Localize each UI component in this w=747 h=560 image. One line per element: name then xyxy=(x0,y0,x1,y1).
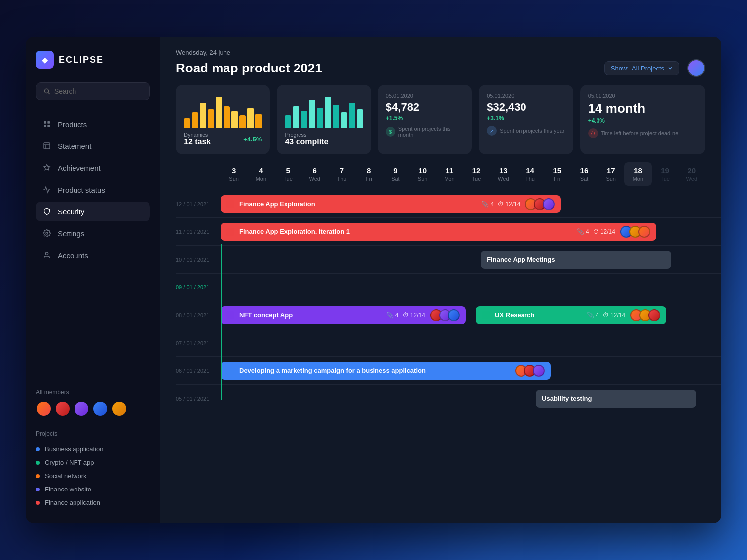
gantt-bar-marketing[interactable]: Developing a marketing campaign for a bu… xyxy=(221,362,551,380)
project-item-crypto[interactable]: Crypto / NFT app xyxy=(36,456,150,469)
gantt-bar-ux-research[interactable]: UX Research 📎 4 ⏱ 12/14 xyxy=(476,306,666,324)
stat-card-spent-year[interactable]: 05.01.2020 $32,430 +3.1% ↗ Spent on proj… xyxy=(479,85,573,154)
gantt-bar-finance-iteration[interactable]: Finance App Exploration. Iteration 1 📎 4… xyxy=(221,223,656,241)
avatar[interactable] xyxy=(92,401,108,417)
cal-day-name: Tue xyxy=(654,176,676,182)
sidebar-item-label: Statement xyxy=(58,142,91,150)
stat-date: 05.01.2020 xyxy=(487,93,565,99)
sidebar-item-security[interactable]: Security xyxy=(36,202,150,221)
svg-point-10 xyxy=(45,252,48,255)
stat-card-spent-month[interactable]: 05.01.2020 $4,782 +1.5% $ Spent on proje… xyxy=(378,85,472,154)
project-item-finance-web[interactable]: Finance website xyxy=(36,483,150,496)
cal-day[interactable]: 4 Mon xyxy=(247,162,274,186)
gantt-line-area xyxy=(221,274,721,301)
gantt-row: 11 / 01 / 2021 Finance App Exploration. … xyxy=(176,217,721,245)
stat-desc: Time left before project deadline xyxy=(601,130,679,136)
cal-day[interactable]: 15 Fri xyxy=(544,162,571,186)
cal-day-dimmed[interactable]: 19 Tue xyxy=(652,162,678,186)
avatar[interactable] xyxy=(36,401,52,417)
sidebar-item-products[interactable]: Products xyxy=(36,114,150,134)
svg-rect-5 xyxy=(47,125,50,127)
stat-card-dynamics[interactable]: Dynamics 12 task +4.5% xyxy=(176,85,270,154)
gantt-bar-label: Developing a marketing campaign for a bu… xyxy=(239,367,510,374)
calendar-row: 3 Sun 4 Mon 5 Tue 6 Wed 7 Thu 8 Fri xyxy=(160,162,721,190)
project-item-business[interactable]: Business application xyxy=(36,442,150,456)
stat-date: 05.01.2020 xyxy=(386,93,464,99)
bar-icon xyxy=(226,311,234,319)
cal-day[interactable]: 3 Sun xyxy=(221,162,247,186)
cal-day-name: Sun xyxy=(411,176,434,182)
stat-card-progress[interactable]: Progress 43 complite xyxy=(277,85,371,154)
logo-icon: ◆ xyxy=(36,51,54,69)
cal-day-num: 13 xyxy=(492,166,515,175)
gantt-bar-meta: 📎 4 ⏱ 12/14 xyxy=(386,312,425,319)
project-item-social[interactable]: Social network xyxy=(36,469,150,483)
gantt-line-area: NFT concept App 📎 4 ⏱ 12/14 xyxy=(221,301,721,329)
sidebar-item-statement[interactable]: Statement xyxy=(36,136,150,156)
cal-day[interactable]: 7 Thu xyxy=(328,162,355,186)
nav-section: Products Statement Achievement xyxy=(36,114,150,381)
stat-desc: Spent on projects this year xyxy=(500,128,564,134)
cal-day-name: Sun xyxy=(599,176,622,182)
sidebar-item-accounts[interactable]: Accounts xyxy=(36,245,150,265)
cal-day[interactable]: 8 Fri xyxy=(355,162,382,186)
progress-chart xyxy=(285,93,363,128)
sidebar-item-product-status[interactable]: Product status xyxy=(36,180,150,200)
avatar xyxy=(533,365,545,377)
gantt-line-area xyxy=(221,329,721,356)
gantt-date: 07 / 01 / 2021 xyxy=(176,340,221,346)
gantt-bar-nft[interactable]: NFT concept App 📎 4 ⏱ 12/14 xyxy=(221,306,466,324)
project-item-finance-app[interactable]: Finance application xyxy=(36,496,150,509)
cal-day-name: Mon xyxy=(626,176,649,182)
gantt-line-area: Finance App Meetings xyxy=(221,246,721,273)
sidebar-item-settings[interactable]: Settings xyxy=(36,223,150,243)
progress-count: ⏱ 12/14 xyxy=(403,312,425,319)
cal-day[interactable]: 17 Sun xyxy=(598,162,624,186)
sidebar-item-label: Product status xyxy=(58,186,105,194)
stat-card-time-left[interactable]: 05.01.2020 14 month +4.3% ⏱ Time left be… xyxy=(580,85,705,154)
bar-icon xyxy=(226,228,234,236)
cal-day-num: 10 xyxy=(411,166,434,175)
avatar[interactable] xyxy=(55,401,71,417)
gantt-today-row: 09 / 01 / 2021 xyxy=(176,273,721,301)
gantt-bar-usability[interactable]: Usability testing xyxy=(536,390,696,408)
cal-day-num: 5 xyxy=(276,166,299,175)
project-dot xyxy=(36,474,40,478)
members-section: All members xyxy=(36,389,150,426)
cal-day[interactable]: 9 Sat xyxy=(382,162,409,186)
cal-day[interactable]: 5 Tue xyxy=(274,162,301,186)
cal-day-num: 3 xyxy=(223,166,245,175)
search-box[interactable]: Search xyxy=(36,82,150,100)
user-avatar[interactable] xyxy=(687,59,705,77)
cal-day-name: Sun xyxy=(223,176,245,182)
progress-label: Progress xyxy=(285,132,328,138)
bar-icon xyxy=(482,311,490,319)
project-dot xyxy=(36,447,40,451)
cal-day[interactable]: 16 Sat xyxy=(571,162,598,186)
cal-day[interactable]: 11 Mon xyxy=(436,162,463,186)
sidebar-item-achievement[interactable]: Achievement xyxy=(36,158,150,178)
grid-icon xyxy=(42,119,52,129)
cal-day[interactable]: 14 Thu xyxy=(517,162,543,186)
cal-day-today[interactable]: 18 Mon xyxy=(624,162,651,186)
cal-day-dimmed[interactable]: 20 Wed xyxy=(678,162,705,186)
chevron-down-icon xyxy=(667,65,673,71)
gantt-line-area: Developing a marketing campaign for a bu… xyxy=(221,357,721,384)
show-filter-button[interactable]: Show: All Projects xyxy=(604,61,679,75)
avatar[interactable] xyxy=(74,401,89,417)
bar-icon xyxy=(226,200,234,208)
gantt-bar-meetings[interactable]: Finance App Meetings xyxy=(481,251,671,269)
cal-day[interactable]: 13 Wed xyxy=(490,162,517,186)
gantt-row: 12 / 01 / 2021 Finance App Exploration 📎… xyxy=(176,190,721,217)
search-label: Search xyxy=(54,87,76,95)
gantt-bar-finance-exploration[interactable]: Finance App Exploration 📎 4 ⏱ 12/14 xyxy=(221,195,561,213)
cal-day[interactable]: 10 Sun xyxy=(409,162,436,186)
cal-day[interactable]: 6 Wed xyxy=(301,162,328,186)
avatar[interactable] xyxy=(111,401,127,417)
cal-day-num: 17 xyxy=(599,166,622,175)
cal-day[interactable]: 12 Tue xyxy=(463,162,490,186)
gantt-date: 08 / 01 / 2021 xyxy=(176,312,221,318)
svg-line-1 xyxy=(48,93,50,94)
gantt-area: 12 / 01 / 2021 Finance App Exploration 📎… xyxy=(160,190,721,523)
gantt-row: 10 / 01 / 2021 Finance App Meetings xyxy=(176,245,721,273)
